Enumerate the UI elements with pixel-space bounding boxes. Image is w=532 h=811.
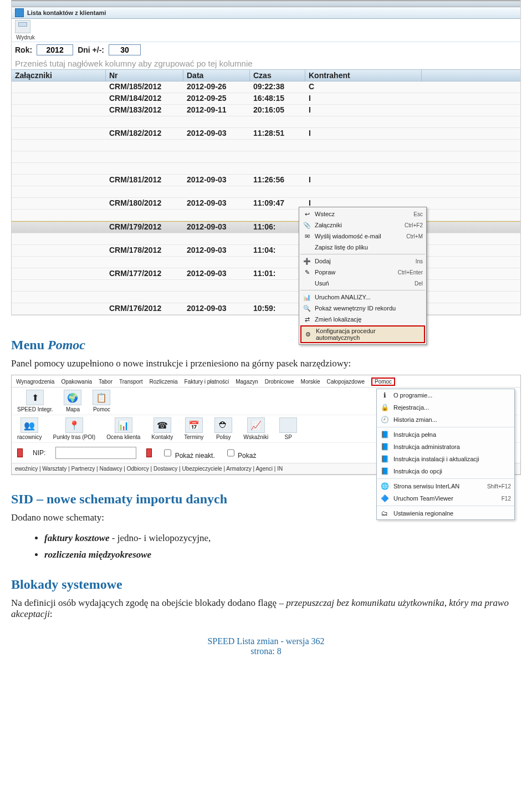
dropdown-item[interactable]: 🔒Rejestracja... bbox=[377, 401, 514, 414]
table-row[interactable]: CRM/181/20122012-09-0311:26:56I bbox=[12, 175, 520, 186]
toolbar-button[interactable]: 📊Ocena klienta bbox=[106, 417, 140, 440]
table-row[interactable]: CRM/176/20122012-09-0310:59: bbox=[12, 303, 520, 315]
toolbar-button[interactable]: 📍Punkty tras (POI) bbox=[53, 417, 95, 440]
toolbar-button[interactable]: 👥racownicy bbox=[17, 417, 42, 440]
toolbar-icon: ☎ bbox=[154, 417, 171, 433]
menu-icon: ➕ bbox=[303, 257, 311, 266]
print-label[interactable]: Wydruk bbox=[16, 34, 35, 40]
table-row[interactable] bbox=[12, 163, 520, 175]
table-row[interactable]: CRM/182/20122012-09-0311:28:51I bbox=[12, 128, 520, 140]
table-row[interactable] bbox=[12, 280, 520, 292]
menu-item[interactable]: ➕DodajIns bbox=[300, 256, 425, 267]
group-hint: Przenieś tutaj nagłówek kolumny aby zgru… bbox=[12, 58, 520, 69]
tab-rozliczenia[interactable]: Rozliczenia bbox=[149, 379, 177, 385]
col-contractor[interactable]: Kontrahent bbox=[305, 70, 422, 81]
list-item: faktury kosztowe - jedno- i wielopozycyj… bbox=[44, 533, 521, 544]
toolbar-icon: 📊 bbox=[115, 417, 132, 433]
toolbar-button[interactable]: ☎Kontakty bbox=[151, 417, 173, 440]
toolbar-icon: 📋 bbox=[93, 390, 110, 405]
dropdown-item[interactable]: 📘Instrukcja administratora bbox=[377, 441, 514, 453]
tab-drobnicowe[interactable]: Drobnicowe bbox=[265, 379, 294, 385]
menu-icon: ✉ bbox=[303, 232, 311, 241]
table-row[interactable]: CRM/179/20122012-09-0311:06: bbox=[12, 221, 520, 233]
toolbar-icon: 👥 bbox=[21, 417, 38, 433]
menu-item[interactable]: 📎ZałącznikiCtrl+F2 bbox=[300, 220, 425, 231]
toolbar-button[interactable]: ⛑Polisy bbox=[214, 417, 232, 440]
menu-item[interactable]: ✉Wyślij wiadomość e-mailCtrl+M bbox=[300, 231, 425, 242]
menu-item[interactable]: ✎PoprawCtrl+Enter bbox=[300, 267, 425, 278]
table-row[interactable]: S . bbox=[12, 210, 520, 221]
list-item: rozliczenia międzyokresowe bbox=[44, 549, 521, 560]
tab-wynagrodzenia[interactable]: Wynagrodzenia bbox=[16, 379, 54, 385]
tab-opakowania[interactable]: Opakowania bbox=[61, 379, 92, 385]
table-row[interactable]: CRM/178/20122012-09-0311:04: bbox=[12, 245, 520, 257]
days-input[interactable] bbox=[109, 44, 141, 55]
dropdown-item[interactable]: 🕘Historia zmian... bbox=[377, 414, 514, 426]
toolbar-button[interactable]: 🌍Mapa bbox=[64, 390, 81, 412]
toolbar-button[interactable]: 📋Pomoc bbox=[93, 390, 110, 412]
toolbar-icon: 📈 bbox=[247, 417, 265, 433]
table-row[interactable]: CRM/177/20122012-09-0311:01: bbox=[12, 268, 520, 280]
dropdown-item[interactable]: 📘Instrukcja instalacji i aktualizacji bbox=[377, 453, 514, 465]
dropdown-icon: 📘 bbox=[380, 467, 389, 476]
toolbar-button[interactable]: 📈Wskaźniki bbox=[243, 417, 268, 440]
tab-magazyn[interactable]: Magazyn bbox=[236, 379, 258, 385]
menu-item[interactable]: Zapisz listę do pliku bbox=[300, 242, 425, 253]
menu-item[interactable]: 🔍Pokaż wewnętrzny ID rekordu bbox=[300, 303, 425, 314]
screenshot-contact-list: Lista kontaktów z klientami Wydruk Rok: … bbox=[11, 0, 521, 315]
toolbar-button[interactable]: 📅Terminy bbox=[184, 417, 203, 440]
col-date[interactable]: Data bbox=[183, 70, 250, 81]
col-nr[interactable]: Nr bbox=[106, 70, 183, 81]
table-row[interactable] bbox=[12, 140, 520, 151]
screenshot-toolbar-help: WynagrodzeniaOpakowaniaTaborTransportRoz… bbox=[11, 375, 521, 475]
menu-item[interactable]: ↩WsteczEsc bbox=[300, 208, 425, 220]
table-row[interactable] bbox=[12, 186, 520, 198]
dropdown-icon: ℹ bbox=[380, 391, 389, 400]
dropdown-icon: 🗂 bbox=[380, 509, 389, 518]
tab-faktury i płatności[interactable]: Faktury i płatności bbox=[185, 379, 229, 385]
menu-item[interactable]: ⇄Zmień lokalizację bbox=[300, 314, 425, 325]
toolbar-button[interactable]: ⬆SPEED Integr. bbox=[17, 390, 53, 412]
tab-całopojazdowe[interactable]: Całopojazdowe bbox=[327, 379, 365, 385]
menu-item[interactable]: UsuńDel bbox=[300, 278, 425, 289]
nip-input[interactable] bbox=[55, 447, 136, 459]
sid-bullet-list: faktury kosztowe - jedno- i wielopozycyj… bbox=[11, 533, 521, 560]
section-blokady-title: Blokady systemowe bbox=[11, 577, 521, 592]
tab-pomoc[interactable]: Pomoc bbox=[371, 378, 395, 386]
table-row[interactable] bbox=[12, 116, 520, 128]
section-blokady-body: Na definicji osób wydających zgodę na ob… bbox=[11, 598, 521, 620]
table-header: Załączniki Nr Data Czas Kontrahent bbox=[12, 69, 520, 81]
chk-inactive[interactable]: Pokaż nieakt. bbox=[162, 446, 214, 460]
table-row[interactable]: CRM/184/20122012-09-2516:48:15I bbox=[12, 93, 520, 105]
table-row[interactable] bbox=[12, 233, 520, 245]
dropdown-item[interactable]: 📘Instrukcja do opcji bbox=[377, 465, 514, 477]
year-input[interactable] bbox=[37, 44, 73, 55]
days-label: Dni +/-: bbox=[78, 45, 104, 54]
tab-transport[interactable]: Transport bbox=[119, 379, 142, 385]
table-row[interactable]: CRM/185/20122012-09-2609:22:38C bbox=[12, 81, 520, 93]
col-attachments[interactable]: Załączniki bbox=[12, 70, 106, 81]
table-row[interactable] bbox=[12, 151, 520, 163]
table-row[interactable]: CRM/180/20122012-09-0311:09:47I bbox=[12, 198, 520, 210]
dropdown-item[interactable]: 🔷Uruchom TeamViewerF12 bbox=[377, 492, 514, 504]
chk-show[interactable]: Pokaż bbox=[225, 446, 257, 460]
table-row[interactable] bbox=[12, 257, 520, 268]
tab-tabor[interactable]: Tabor bbox=[99, 379, 112, 385]
dropdown-item[interactable]: ℹO programie... bbox=[377, 389, 514, 401]
dropdown-item[interactable]: 🗂Ustawienia regionalne bbox=[377, 507, 514, 519]
col-time[interactable]: Czas bbox=[250, 70, 305, 81]
tab-morskie[interactable]: Morskie bbox=[301, 379, 320, 385]
dropdown-item[interactable]: 🌐Strona serwisu InterLANShift+F12 bbox=[377, 480, 514, 492]
print-icon[interactable] bbox=[15, 20, 30, 33]
table-row[interactable]: CRM/183/20122012-09-1120:16:05I bbox=[12, 105, 520, 116]
dropdown-icon: 📘 bbox=[380, 430, 389, 439]
dropdown-item[interactable]: 📘Instrukcja pełna bbox=[377, 429, 514, 441]
menu-icon bbox=[303, 243, 311, 252]
menu-icon: 📊 bbox=[303, 293, 311, 302]
dropdown-icon: 🔒 bbox=[380, 403, 389, 412]
menu-item[interactable]: 📊Uruchom ANALIZY... bbox=[300, 292, 425, 303]
table-row[interactable] bbox=[12, 292, 520, 303]
menu-item[interactable]: ⚙Konfiguracja procedur automatycznych bbox=[300, 325, 425, 343]
toolbar-button[interactable]: SP bbox=[279, 417, 297, 440]
dropdown-icon: 🌐 bbox=[380, 482, 389, 491]
